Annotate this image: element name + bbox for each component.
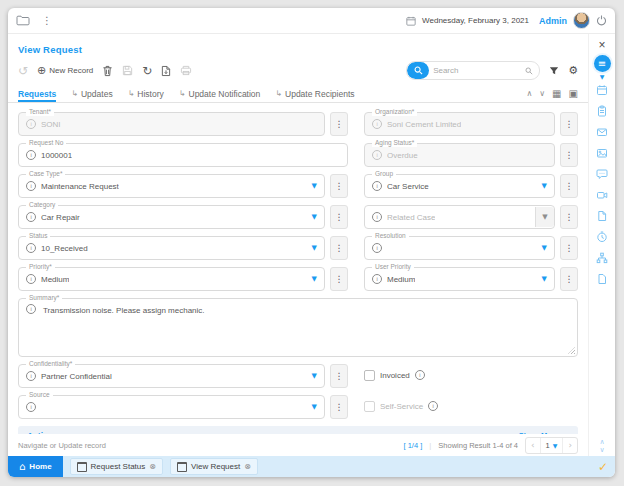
category-select[interactable]: Category i Car Repair ▼ — [18, 205, 325, 229]
user-priority-kebab-button[interactable]: ⋮ — [560, 267, 578, 291]
collapse-up-icon[interactable]: ∧ — [526, 89, 532, 98]
taskbar-tab-view-request[interactable]: View Request ⊗ — [170, 458, 258, 475]
organization-value: Soni Cement Limited — [387, 120, 461, 129]
refresh-button[interactable]: ↻ — [142, 66, 152, 76]
invoiced-checkbox[interactable] — [364, 370, 375, 381]
related-case-dropdown-button[interactable]: ▼ — [535, 207, 554, 227]
folder-icon[interactable] — [16, 15, 30, 26]
chevron-down-icon[interactable]: ▼ — [312, 403, 317, 411]
confidentiality-select[interactable]: Confidentiality* i Partner Confidential … — [18, 364, 325, 388]
user-menu[interactable]: Admin — [539, 16, 567, 26]
taskbar-tab-request-status[interactable]: Request Status ⊗ — [70, 458, 163, 475]
file-icon[interactable] — [596, 273, 608, 285]
tenant-field[interactable]: Tenant* i SONI — [18, 112, 325, 136]
timer-icon[interactable] — [596, 231, 608, 243]
scroll-up-icon[interactable]: ∧ — [599, 438, 604, 446]
section-action[interactable]: Action Show More ∧ — [18, 426, 578, 434]
search-button[interactable] — [407, 62, 429, 79]
new-record-button[interactable]: ⊕ New Record — [37, 66, 93, 76]
tab-history[interactable]: ↳History — [128, 89, 164, 102]
priority-kebab-button[interactable]: ⋮ — [330, 267, 348, 291]
info-icon: i — [372, 119, 382, 129]
aging-status-value: Overdue — [387, 151, 418, 160]
group-kebab-button[interactable]: ⋮ — [560, 174, 578, 198]
export-button[interactable] — [161, 65, 171, 77]
case-type-select[interactable]: Case Type* i Maintenance Request ▼ — [18, 174, 325, 198]
tab-updates[interactable]: ↳Updates — [71, 89, 112, 102]
confirm-check-icon[interactable]: ✓ — [598, 460, 608, 474]
chevron-down-icon[interactable]: ▼ — [312, 213, 317, 221]
calendar-icon[interactable] — [596, 84, 608, 96]
tenant-kebab-button[interactable]: ⋮ — [330, 112, 348, 136]
category-kebab-button[interactable]: ⋮ — [330, 205, 348, 229]
chevron-down-icon[interactable]: ▼ — [312, 244, 317, 252]
self-service-checkbox[interactable] — [364, 401, 375, 412]
case-type-kebab-button[interactable]: ⋮ — [330, 174, 348, 198]
mail-icon[interactable] — [596, 126, 608, 138]
aging-status-field[interactable]: Aging Status* i Overdue — [364, 143, 555, 167]
chevron-down-icon[interactable]: ▼ — [312, 182, 317, 190]
close-circle-icon[interactable]: ⊗ — [149, 462, 156, 471]
priority-select[interactable]: Priority* i Medium ▼ — [18, 267, 325, 291]
chat-icon[interactable] — [596, 168, 608, 180]
menu-hamburger-button[interactable]: ≡ — [594, 55, 611, 72]
summary-field[interactable]: Summary* i Transmission noise. Please as… — [18, 298, 578, 357]
close-icon[interactable]: × — [598, 40, 605, 50]
confidentiality-label: Confidentiality* — [26, 360, 75, 368]
undo-button[interactable]: ↺ — [18, 66, 28, 76]
tab-update-notification[interactable]: ↳Update Notification — [179, 89, 261, 102]
window-icon — [177, 462, 187, 472]
status-kebab-button[interactable]: ⋮ — [330, 236, 348, 260]
search-magnifier-icon[interactable] — [525, 67, 533, 75]
image-icon[interactable] — [596, 147, 608, 159]
chevron-down-icon[interactable]: ▼ — [312, 275, 317, 283]
plus-circle-icon: ⊕ — [37, 66, 46, 76]
search-input[interactable] — [429, 66, 525, 75]
header-kebab-icon[interactable]: ⋮ — [42, 15, 52, 26]
source-kebab-button[interactable]: ⋮ — [330, 395, 348, 419]
tab-updates-label: Updates — [81, 89, 113, 99]
related-case-select[interactable]: i Related Case ▼ — [364, 205, 555, 229]
chevron-down-icon[interactable]: ▼ — [542, 182, 547, 190]
document-icon[interactable] — [596, 210, 608, 222]
power-icon[interactable] — [596, 15, 607, 26]
close-circle-icon[interactable]: ⊗ — [244, 462, 251, 471]
expand-down-icon[interactable]: ∨ — [539, 89, 545, 98]
confidentiality-kebab-button[interactable]: ⋮ — [330, 364, 348, 388]
filter-icon[interactable] — [549, 66, 559, 76]
tab-update-recipients[interactable]: ↳Update Recipients — [275, 89, 354, 102]
summary-textarea[interactable]: Transmission noise. Please assign mechan… — [41, 304, 570, 352]
print-button[interactable] — [180, 65, 192, 76]
aging-status-kebab-button[interactable]: ⋮ — [560, 143, 578, 167]
page-indicator: [ 1/4 ] — [404, 441, 423, 450]
delete-button[interactable] — [102, 65, 113, 77]
video-camera-icon[interactable] — [596, 189, 608, 201]
home-button[interactable]: ⌂ Home — [8, 456, 63, 477]
resolution-kebab-button[interactable]: ⋮ — [560, 236, 578, 260]
chevron-down-icon[interactable]: ▼ — [542, 275, 547, 283]
sitemap-icon[interactable] — [596, 252, 608, 264]
clipboard-icon[interactable] — [596, 105, 608, 117]
page-select[interactable]: 1 ▼ — [540, 438, 564, 453]
related-case-kebab-button[interactable]: ⋮ — [560, 205, 578, 229]
next-page-button[interactable]: › — [563, 438, 577, 453]
group-select[interactable]: Group i Car Service ▼ — [364, 174, 555, 198]
request-no-field[interactable]: Request No i 1000001 — [18, 143, 348, 167]
scroll-down-icon[interactable]: ∨ — [599, 446, 604, 454]
resolution-select[interactable]: Resolution i ▼ — [364, 236, 555, 260]
settings-gear-icon[interactable]: ⚙ — [568, 64, 578, 77]
prev-page-button[interactable]: ‹ — [526, 438, 540, 453]
source-select[interactable]: Source i ▼ — [18, 395, 325, 419]
table-view-icon[interactable]: ▦ — [552, 88, 561, 99]
organization-kebab-button[interactable]: ⋮ — [560, 112, 578, 136]
form-view-icon[interactable]: ▣ — [569, 88, 578, 99]
avatar[interactable] — [573, 12, 590, 29]
organization-field[interactable]: Organization* i Soni Cement Limited — [364, 112, 555, 136]
case-type-label: Case Type* — [26, 170, 65, 178]
chevron-down-icon[interactable]: ▼ — [542, 244, 547, 252]
chevron-down-icon[interactable]: ▼ — [312, 372, 317, 380]
save-button[interactable] — [122, 65, 133, 76]
tab-requests[interactable]: Requests — [18, 89, 56, 102]
status-select[interactable]: Status i 10_Received ▼ — [18, 236, 325, 260]
user-priority-select[interactable]: User Priority i Medium ▼ — [364, 267, 555, 291]
